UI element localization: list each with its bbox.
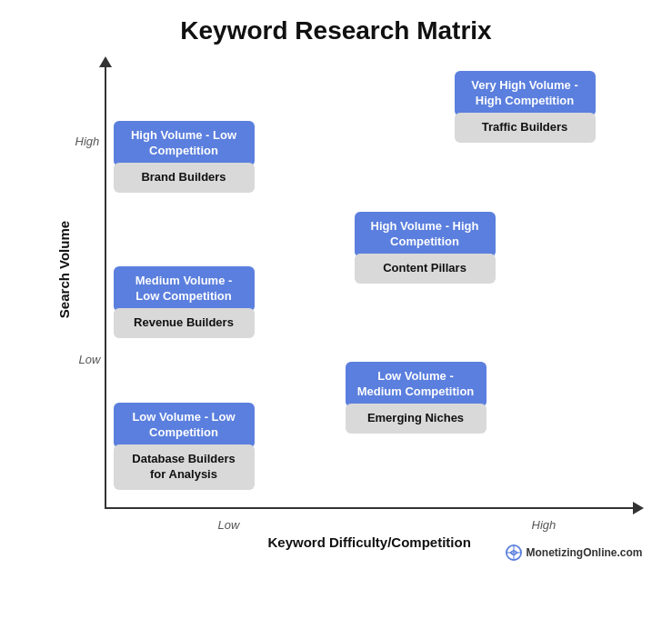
y-axis-label: Search Volume <box>56 221 72 318</box>
vhvhc-grey-label: Traffic Builders <box>455 113 596 143</box>
tick-low-y: Low <box>79 353 101 366</box>
hvlc-grey-label: Brand Builders <box>114 163 255 193</box>
watermark: MonetizingOnline.com <box>506 544 643 561</box>
x-axis-label: Keyword Difficulty/Competition <box>268 534 471 550</box>
hvhc-blue-label: High Volume - High Competition <box>355 212 496 257</box>
group-hvlc: High Volume - Low Competition Brand Buil… <box>114 121 255 193</box>
tick-high-x: High <box>532 518 557 532</box>
group-vhvhc: Very High Volume - High Competition Traf… <box>455 71 596 143</box>
lvlc-grey-label: Database Builders for Analysis <box>114 444 255 490</box>
chart-area: Search Volume Keyword Difficulty/Competi… <box>41 53 659 566</box>
lvmc-blue-label: Low Volume - Medium Competition <box>346 362 486 407</box>
group-lvmc: Low Volume - Medium Competition Emerging… <box>346 362 486 434</box>
x-axis-arrow <box>633 502 644 514</box>
x-axis-line <box>105 507 637 509</box>
mvlc-blue-label: Medium Volume - Low Competition <box>114 266 255 312</box>
group-lvlc: Low Volume - Low Competition Database Bu… <box>114 403 255 490</box>
tick-low-x: Low <box>218 518 240 532</box>
hvhc-grey-label: Content Pillars <box>355 254 496 284</box>
watermark-icon <box>506 544 522 561</box>
watermark-text: MonetizingOnline.com <box>527 546 643 559</box>
hvlc-blue-label: High Volume - Low Competition <box>114 121 255 166</box>
group-hvhc: High Volume - High Competition Content P… <box>355 212 496 284</box>
vhvhc-blue-label: Very High Volume - High Competition <box>455 71 596 116</box>
tick-high-y: High <box>75 135 100 148</box>
lvmc-grey-label: Emerging Niches <box>346 404 486 434</box>
lvlc-blue-label: Low Volume - Low Competition <box>114 403 255 448</box>
y-axis-line <box>105 62 106 507</box>
page-wrapper: Keyword Research Matrix Search Volume Ke… <box>0 0 672 629</box>
group-mvlc: Medium Volume - Low Competition Revenue … <box>114 266 255 338</box>
page-title: Keyword Research Matrix <box>180 16 491 45</box>
mvlc-grey-label: Revenue Builders <box>114 308 255 338</box>
